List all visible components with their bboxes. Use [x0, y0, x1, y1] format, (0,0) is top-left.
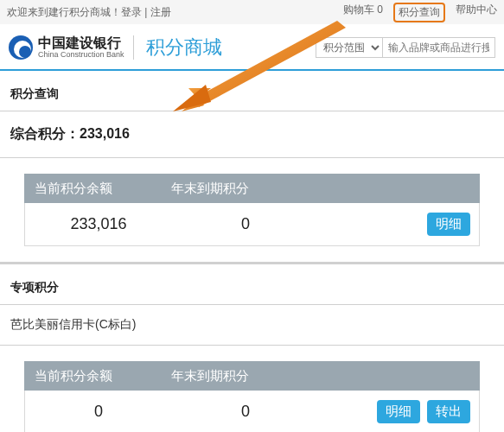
help-link[interactable]: 帮助中心: [456, 3, 497, 22]
mall-title: 积分商城: [146, 35, 222, 60]
detail-button[interactable]: 明细: [377, 400, 420, 423]
welcome-text: 欢迎来到建行积分商城！登录 | 注册: [7, 5, 343, 20]
header: 中国建设银行 China Construction Bank 积分商城 积分范围: [0, 24, 504, 69]
col-expiring: 年末到期积分: [171, 181, 318, 197]
search-input[interactable]: [383, 37, 495, 58]
col-balance: 当前积分余额: [24, 181, 171, 197]
top-bar: 欢迎来到建行积分商城！登录 | 注册 购物车 0 积分查询 帮助中心: [0, 0, 504, 24]
ccb-logo-icon: [9, 35, 33, 60]
balance-value: 0: [25, 403, 172, 421]
summary-table: 当前积分余额 年末到期积分 233,016 0 明细: [24, 174, 480, 246]
special-table: 当前积分余额 年末到期积分 0 0 明细 转出: [24, 361, 480, 432]
special-points-title: 专项积分: [10, 280, 494, 295]
transfer-button[interactable]: 转出: [427, 400, 470, 423]
total-label: 综合积分：: [10, 126, 80, 141]
table-header: 当前积分余额 年末到期积分: [24, 174, 480, 203]
total-points-row: 综合积分：233,016: [0, 111, 504, 157]
divider: [0, 345, 504, 346]
expiring-value: 0: [172, 403, 319, 421]
card-name: 芭比美丽信用卡(C标白): [0, 305, 504, 345]
bank-name-en: China Construction Bank: [38, 51, 124, 60]
divider: [0, 157, 504, 158]
table-row: 233,016 0 明细: [24, 203, 480, 246]
detail-button[interactable]: 明细: [427, 213, 470, 236]
points-query-link[interactable]: 积分查询: [393, 3, 445, 22]
table-row: 0 0 明细 转出: [24, 391, 480, 432]
table-header: 当前积分余额 年末到期积分: [24, 361, 480, 391]
col-balance: 当前积分余额: [24, 368, 171, 384]
expiring-value: 0: [172, 215, 319, 233]
scope-select[interactable]: 积分范围: [316, 37, 383, 58]
balance-value: 233,016: [25, 215, 172, 233]
cart-link[interactable]: 购物车 0: [343, 3, 383, 22]
points-query-title: 积分查询: [10, 86, 494, 102]
logo-wrap: 中国建设银行 China Construction Bank: [9, 35, 134, 60]
bank-name-cn: 中国建设银行: [38, 35, 124, 51]
col-expiring: 年末到期积分: [171, 368, 318, 384]
total-value: 233,016: [80, 126, 130, 141]
